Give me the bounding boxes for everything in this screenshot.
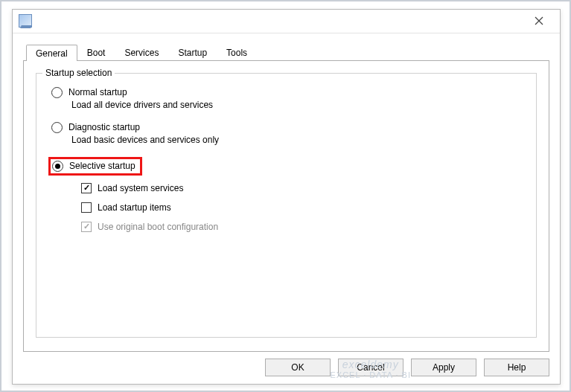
cancel-button[interactable]: Cancel [338,359,403,376]
diagnostic-startup-option[interactable]: Diagnostic startup [51,122,521,133]
selective-startup-option[interactable]: Selective startup [52,161,135,172]
checkbox-icon [81,183,92,193]
ok-button[interactable]: OK [265,359,331,376]
option-label: Diagnostic startup [68,122,140,132]
tab-panel: Startup selection Normal startup Load al… [23,60,549,352]
checkbox-label: Load system services [98,183,183,193]
checkbox-icon [81,202,92,213]
normal-startup-option[interactable]: Normal startup [51,87,521,98]
outer-frame: General Boot Services Startup Tools Star… [0,0,571,392]
selective-startup-highlight: Selective startup [48,157,142,176]
use-original-boot-checkbox: Use original boot configuration [81,222,521,232]
body-area: General Boot Services Startup Tools Star… [13,33,560,352]
app-icon [19,14,32,28]
radio-icon [52,161,63,172]
load-startup-items-checkbox[interactable]: Load startup items [81,202,521,213]
apply-button[interactable]: Apply [411,359,476,376]
normal-startup-desc: Load all device drivers and services [71,100,521,110]
checkbox-label: Load startup items [98,202,171,213]
tab-boot[interactable]: Boot [77,44,115,60]
tab-startup[interactable]: Startup [168,44,217,60]
diagnostic-startup-desc: Load basic devices and services only [71,135,521,145]
close-icon [535,16,543,25]
option-label: Selective startup [69,161,135,171]
option-label: Normal startup [68,87,127,97]
tab-services[interactable]: Services [115,44,168,60]
titlebar [13,10,560,33]
radio-icon [51,122,63,133]
tab-tools[interactable]: Tools [217,44,257,60]
checkbox-icon [81,222,92,232]
dialog-footer: exceldemy EXCEL · DATA · BI OK Cancel Ap… [13,352,560,384]
tab-strip: General Boot Services Startup Tools [26,41,549,60]
checkbox-label: Use original boot configuration [98,222,218,232]
tab-general[interactable]: General [26,45,77,61]
radio-icon [51,87,63,98]
load-system-services-checkbox[interactable]: Load system services [81,183,521,193]
help-button[interactable]: Help [484,359,549,376]
group-title: Startup selection [42,68,115,78]
selective-sub-options: Load system services Load startup items … [81,183,521,232]
close-button[interactable] [524,11,554,30]
startup-selection-group: Startup selection Normal startup Load al… [36,73,537,338]
msconfig-window: General Boot Services Startup Tools Star… [12,9,561,385]
